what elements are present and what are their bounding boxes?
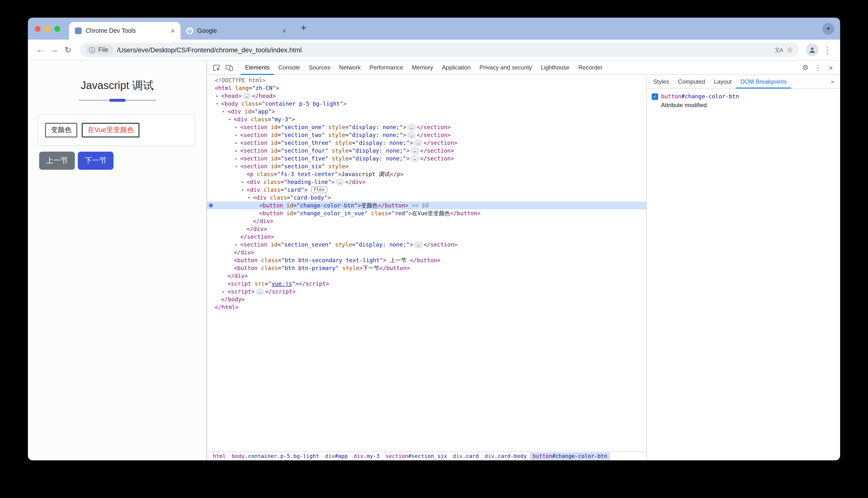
dom-node[interactable]: </body> [207,296,646,303]
dom-node[interactable]: <p class="fs-3 text-center">Javascript 调… [207,170,646,178]
inspect-element-button[interactable] [210,61,223,74]
browser-menu-button[interactable]: ⋮ [820,45,834,54]
dom-node[interactable]: ▾<section id="section_six" style> [207,162,646,170]
devtools-menu-button[interactable]: ⋮ [812,61,825,74]
breakpoint-checkbox[interactable]: ✓ [652,93,658,100]
dom-node[interactable]: </div> [207,217,646,225]
reload-button[interactable]: ↻ [61,43,75,57]
translate-icon[interactable]: 文A [775,46,782,54]
device-toolbar-button[interactable] [223,61,235,74]
breadcrumb-item-section[interactable]: section#section_six [382,452,450,460]
ellipsis-expand-button[interactable]: … [408,124,416,131]
expand-arrow-icon[interactable]: ▸ [235,241,238,249]
dom-node[interactable]: ▾<div class="card">flex [207,186,646,194]
ellipsis-expand-button[interactable]: … [243,93,251,99]
more-tabs-button[interactable]: » [827,78,838,85]
devtools-tab-privacy-and-security[interactable]: Privacy and security [475,61,537,75]
minimize-window-button[interactable] [44,26,50,31]
dom-node[interactable]: </html> [207,303,646,311]
expand-arrow-icon[interactable]: ▸ [235,147,238,155]
dom-node[interactable]: ▸<section id="section_four" style="displ… [207,147,646,155]
collapse-arrow-icon[interactable]: ▾ [222,108,225,116]
ellipsis-expand-button[interactable]: … [256,289,264,295]
back-button[interactable]: ← [34,43,48,57]
expand-arrow-icon[interactable]: ▸ [241,178,244,186]
devtools-tab-lighthouse[interactable]: Lighthouse [537,61,574,75]
collapse-arrow-icon[interactable]: ▾ [241,186,244,194]
new-tab-button[interactable]: + [297,23,310,35]
dom-node[interactable]: ▾<body class="container p-5 bg-light"> [207,100,646,108]
dom-node[interactable]: ▾<div class="my-3"> [207,116,646,123]
url-text[interactable]: /Users/eve/Desktop/CS/Frontend/chrome_de… [117,46,771,54]
breadcrumb-item-body[interactable]: body.container.p-5.bg-light [229,452,322,460]
close-window-button[interactable] [35,26,41,31]
ellipsis-expand-button[interactable]: … [415,242,422,248]
profile-avatar[interactable] [806,43,819,56]
expand-arrow-icon[interactable]: ▸ [216,92,219,100]
expand-arrow-icon[interactable]: ▸ [222,288,225,296]
tab-search-button[interactable]: ▾ [823,23,834,35]
change-color-in-vue-button[interactable]: 在Vue里变颜色 [82,123,140,137]
ellipsis-expand-button[interactable]: … [411,156,419,162]
dom-node[interactable]: ▸<section id="section_one" style="displa… [207,123,646,131]
dom-node[interactable]: </section> [207,233,646,241]
devtools-tab-elements[interactable]: Elements [241,61,274,75]
devtools-tab-performance[interactable]: Performance [365,61,407,75]
breadcrumb-item-div[interactable]: div.card [450,452,482,460]
expand-arrow-icon[interactable]: ▸ [235,131,238,139]
dom-node[interactable]: <html lang="zh-CN"> [207,84,646,92]
devtools-tab-sources[interactable]: Sources [304,61,335,75]
forward-button[interactable]: → [48,43,61,57]
dom-node[interactable]: ▸<div class="heading-line">…</div> [207,178,646,186]
bookmark-star-icon[interactable]: ☆ [787,45,793,54]
devtools-tab-console[interactable]: Console [274,61,304,75]
collapse-arrow-icon[interactable]: ▾ [216,100,219,108]
change-color-button[interactable]: 变颜色 [45,123,77,137]
ellipsis-expand-button[interactable]: … [411,148,419,154]
dom-node[interactable]: ▸<section id="section_two" style="displa… [207,131,646,139]
dom-node[interactable]: </div> [207,272,646,280]
ellipsis-expand-button[interactable]: … [408,132,416,139]
dom-node[interactable]: <button id="change_color_in_vue" class="… [207,209,646,217]
devtools-settings-button[interactable]: ⚙ [799,61,812,74]
sidebar-tab-dom-breakpoints[interactable]: DOM Breakpoints [736,75,791,88]
dom-node[interactable]: <button class="btn btn-primary" style>下一… [207,264,646,272]
expand-arrow-icon[interactable]: ▸ [235,155,238,162]
dom-node[interactable]: ▸<head>…</head> [207,92,646,100]
devtools-close-button[interactable]: × [825,61,837,74]
ellipsis-expand-button[interactable]: … [336,179,344,185]
devtools-tab-network[interactable]: Network [335,61,365,75]
breadcrumb-item-button[interactable]: button#change-color-btn [530,452,610,460]
dom-node[interactable]: ▸<section id="section_three" style="disp… [207,139,646,147]
dom-node[interactable]: <script src="vue.js"></script> [207,280,646,288]
breadcrumb-item-div[interactable]: div.card-body [482,452,530,460]
tab-close-icon[interactable]: × [280,26,288,35]
dom-node[interactable]: </div> [207,249,646,256]
ellipsis-expand-button[interactable]: … [415,140,422,146]
expand-arrow-icon[interactable]: ▸ [235,139,238,147]
browser-tab-google[interactable]: GGoogle× [181,22,292,40]
dom-node[interactable]: ▾<div id="app"> [207,108,646,116]
sidebar-tab-layout[interactable]: Layout [709,75,736,88]
devtools-tab-memory[interactable]: Memory [408,61,438,75]
dom-node-selected[interactable]: <button id="change-color-btn">变颜色</butto… [207,201,646,209]
collapse-arrow-icon[interactable]: ▾ [228,116,231,123]
next-section-button[interactable]: 下一节 [78,152,114,170]
expand-arrow-icon[interactable]: ▸ [235,123,238,131]
collapse-arrow-icon[interactable]: ▾ [235,162,238,170]
sidebar-tab-styles[interactable]: Styles [649,75,673,88]
flex-badge[interactable]: flex [311,186,327,193]
devtools-tab-recorder[interactable]: Recorder [574,61,607,75]
previous-section-button[interactable]: 上一节 [39,152,75,170]
maximize-window-button[interactable] [54,26,60,31]
dom-node[interactable]: ▸<section id="section_seven" style="disp… [207,241,646,249]
address-bar[interactable]: ⓘ File /Users/eve/Desktop/CS/Frontend/ch… [80,42,799,57]
dom-node[interactable]: <button class="btn btn-secondary text-li… [207,256,646,264]
source-link[interactable]: vue.js [272,280,292,287]
browser-tab-chrome-dev-tools[interactable]: Chrome Dev Tools× [69,22,181,40]
dom-node[interactable]: ▸<section id="section_five" style="displ… [207,155,646,162]
breadcrumb-item-div[interactable]: div.my-3 [351,452,382,460]
dom-node[interactable]: ▾<div class="card-body"> [207,194,646,201]
devtools-tab-application[interactable]: Application [437,61,475,75]
breadcrumb-item-div[interactable]: div#app [322,452,351,460]
